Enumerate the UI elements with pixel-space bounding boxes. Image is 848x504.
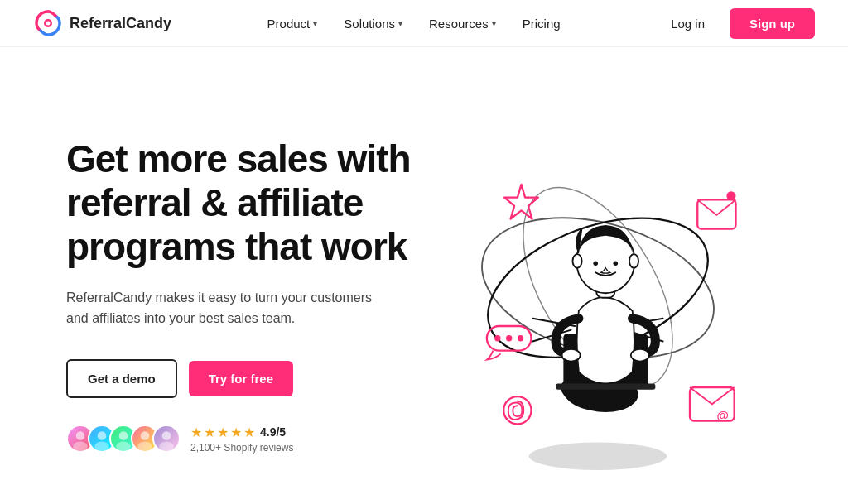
nav-pricing[interactable]: Pricing — [511, 10, 572, 37]
svg-point-6 — [94, 442, 109, 451]
svg-point-10 — [137, 442, 152, 451]
star-icon: ★ — [204, 425, 215, 440]
svg-point-27 — [572, 254, 581, 268]
svg-point-26 — [614, 261, 619, 266]
avatar-group — [66, 425, 181, 453]
hero-section: Get more sales with referral & affiliate… — [0, 47, 848, 504]
chevron-down-icon: ▾ — [398, 19, 402, 28]
star-icon: ★ — [217, 425, 229, 440]
nav-solutions[interactable]: Solutions ▾ — [332, 10, 414, 37]
chevron-down-icon: ▾ — [313, 19, 317, 28]
logo-text: ReferralCandy — [70, 15, 171, 32]
svg-point-4 — [73, 442, 88, 451]
star-icon: ★ — [230, 425, 242, 440]
try-free-button[interactable]: Try for free — [189, 361, 293, 396]
svg-point-37 — [518, 335, 523, 341]
demo-button[interactable]: Get a demo — [66, 359, 177, 398]
svg-point-8 — [116, 442, 131, 451]
nav-product[interactable]: Product ▾ — [256, 10, 330, 37]
svg-point-5 — [98, 432, 107, 441]
svg-point-28 — [629, 254, 638, 268]
svg-point-9 — [141, 432, 150, 441]
illustration-svg: @ — [414, 112, 782, 479]
hero-cta-buttons: Get a demo Try for free — [66, 359, 414, 398]
logo-icon — [33, 8, 63, 38]
svg-text:@: @ — [716, 409, 728, 422]
svg-point-7 — [119, 432, 128, 441]
svg-point-25 — [593, 261, 598, 266]
reviews-section: ★ ★ ★ ★ ★ 4.9/5 2,100+ Shopify reviews — [66, 425, 414, 454]
rating-value: 4.9/5 — [260, 425, 286, 439]
svg-point-29 — [562, 349, 581, 362]
svg-marker-31 — [504, 185, 538, 219]
svg-point-36 — [506, 335, 512, 341]
review-info: ★ ★ ★ ★ ★ 4.9/5 2,100+ Shopify reviews — [190, 425, 293, 454]
nav-actions: Log in Sign up — [656, 8, 815, 39]
svg-rect-22 — [556, 383, 655, 389]
svg-point-2 — [46, 22, 51, 26]
svg-point-30 — [631, 349, 649, 362]
svg-point-35 — [494, 335, 500, 341]
hero-illustration: @ — [414, 97, 782, 494]
hero-subtitle: ReferralCandy makes it easy to turn your… — [66, 287, 373, 329]
svg-point-13 — [529, 443, 667, 470]
svg-point-33 — [726, 191, 735, 200]
star-half-icon: ★ — [243, 425, 255, 440]
login-button[interactable]: Log in — [656, 10, 720, 37]
svg-point-12 — [159, 442, 174, 451]
svg-point-11 — [162, 432, 171, 441]
avatar — [152, 425, 181, 453]
star-rating: ★ ★ ★ ★ ★ 4.9/5 — [190, 425, 293, 440]
nav-resources[interactable]: Resources ▾ — [417, 10, 508, 37]
hero-content: Get more sales with referral & affiliate… — [66, 137, 414, 454]
star-icon: ★ — [190, 425, 202, 440]
hero-title: Get more sales with referral & affiliate… — [66, 137, 414, 269]
chevron-down-icon: ▾ — [492, 19, 496, 28]
logo[interactable]: ReferralCandy — [33, 8, 171, 38]
signup-button[interactable]: Sign up — [730, 8, 815, 39]
review-count: 2,100+ Shopify reviews — [190, 442, 293, 454]
nav-links: Product ▾ Solutions ▾ Resources ▾ Pricin… — [256, 10, 572, 37]
svg-point-3 — [76, 432, 85, 441]
navbar: ReferralCandy Product ▾ Solutions ▾ Reso… — [0, 0, 848, 47]
